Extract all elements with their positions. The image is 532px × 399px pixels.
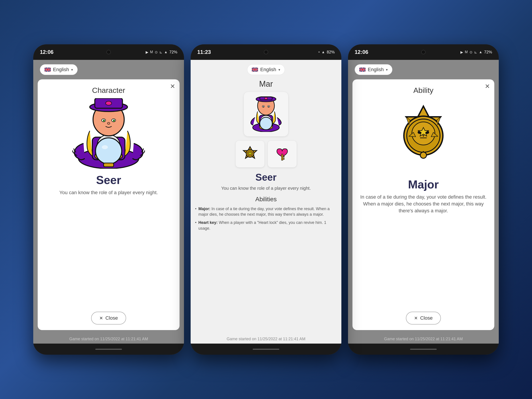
signal-icon: ▲: [164, 50, 168, 54]
time-right: 12:06: [355, 49, 368, 55]
chevron-down-icon-middle: ▾: [279, 68, 280, 72]
battery-left: 72%: [169, 50, 177, 55]
screen-right: English ▾ ✕ Ability: [348, 60, 499, 344]
character-name-right: Major: [408, 178, 439, 191]
svg-point-19: [114, 120, 115, 121]
dot-icon-middle: •: [318, 50, 320, 54]
time-middle: 11:23: [197, 49, 211, 55]
app-content-right: English ▾ ✕ Ability: [348, 60, 499, 335]
gmail-icon-r: M: [465, 50, 468, 54]
wifi-icon: ⊾: [159, 50, 162, 54]
x-icon-close-right: ✕: [414, 316, 418, 321]
flag-icon-right: [359, 68, 366, 72]
phone-bottom-middle: [191, 344, 341, 355]
flag-icon-middle: [252, 68, 258, 72]
seer-thumb-svg: [248, 96, 284, 132]
character-modal: ✕ Character: [38, 79, 180, 330]
status-icons-middle: • ▲ 82%: [318, 50, 335, 55]
home-indicator-left: [95, 349, 122, 350]
language-label-left: English: [53, 67, 69, 72]
ability-modal: ✕ Ability: [352, 79, 494, 330]
status-bar-middle: 11:23 • ▲ 82%: [191, 44, 341, 60]
phone-left: 12:06 ▶ M ⊙ ⊾ ▲ 72% English ▾: [33, 44, 184, 355]
language-selector-right[interactable]: English ▾: [355, 64, 392, 75]
player-thumbnail: [244, 92, 288, 136]
phone-middle: 11:23 • ▲ 82% English ▾ Mar: [191, 44, 341, 355]
sheriff-badge-large-svg: [390, 103, 457, 168]
close-button-left[interactable]: ✕ Close: [91, 312, 126, 324]
ability-name-heartkey: Heart key:: [198, 220, 219, 225]
close-button-right[interactable]: ✕ Close: [406, 312, 441, 324]
phone-bottom-left: [33, 344, 184, 355]
github-icon: ⊙: [155, 50, 158, 54]
language-selector-middle[interactable]: English ▾: [247, 64, 285, 75]
chevron-down-icon-left: ▾: [71, 68, 73, 72]
sheriff-badge-small-svg: [241, 145, 259, 163]
battery-right: 72%: [484, 50, 492, 55]
youtube-icon-r: ▶: [460, 50, 463, 54]
language-selector-left[interactable]: English ▾: [40, 64, 78, 75]
character-desc-left: You can know the role of a player every …: [59, 189, 158, 196]
youtube-icon: ▶: [146, 50, 148, 54]
status-icons-right: ▶ M ⊙ ⊾ ▲ 72%: [460, 50, 492, 55]
close-icon-left[interactable]: ✕: [170, 83, 175, 90]
ability-item-major: Major: In case of a tie during the day, …: [195, 206, 337, 217]
svg-point-27: [260, 118, 272, 129]
wifi-icon-r: ⊾: [474, 50, 477, 54]
svg-rect-41: [281, 154, 283, 160]
home-indicator-middle: [253, 349, 279, 350]
modal-title-left: Character: [92, 86, 125, 95]
close-button-label-left: Close: [105, 315, 118, 321]
seer-svg: [71, 98, 146, 168]
signal-icon-middle: ▲: [321, 50, 325, 54]
svg-point-13: [106, 101, 112, 105]
modal-title-right: Ability: [413, 86, 434, 95]
player-name: Mar: [259, 79, 273, 89]
phone-right: 12:06 ▶ M ⊙ ⊾ ▲ 72% English ▾: [348, 44, 499, 355]
svg-point-32: [265, 97, 267, 100]
major-character-image: [383, 98, 463, 173]
flag-icon-left: [44, 68, 51, 72]
status-icons-left: ▶ M ⊙ ⊾ ▲ 72%: [146, 50, 177, 55]
signal-icon-r: ▲: [479, 50, 482, 54]
ability-name-major: Major:: [198, 207, 211, 211]
character-desc-middle: You can know the role of a player every …: [221, 185, 311, 191]
svg-point-35: [263, 106, 264, 107]
game-started-middle: Game started on 11/25/2022 at 11:21:41 A…: [191, 335, 341, 344]
github-icon-r: ⊙: [469, 50, 472, 54]
game-started-left: Game started on 11/25/2022 at 11:21:41 A…: [33, 335, 184, 344]
character-name-left: Seer: [96, 173, 121, 187]
svg-point-36: [268, 106, 269, 107]
language-label-right: English: [368, 67, 384, 72]
major-ability-thumb: [236, 141, 265, 167]
svg-point-20: [107, 122, 110, 124]
phone-bottom-right: [348, 344, 499, 355]
game-started-right: Game started on 11/25/2022 at 11:21:41 A…: [348, 335, 499, 344]
gmail-icon: M: [150, 50, 153, 54]
home-indicator-right: [410, 349, 437, 350]
status-bar-right: 12:06 ▶ M ⊙ ⊾ ▲ 72%: [348, 44, 499, 60]
status-bar-left: 12:06 ▶ M ⊙ ⊾ ▲ 72%: [33, 44, 184, 60]
app-content-middle: English ▾ Mar: [191, 60, 341, 335]
svg-rect-43: [283, 158, 284, 159]
close-button-label-right: Close: [420, 315, 432, 321]
screen-left: English ▾ ✕ Character: [33, 60, 184, 344]
svg-point-18: [103, 120, 105, 121]
app-content-left: English ▾ ✕ Character: [33, 60, 184, 335]
heartkey-ability-thumb: [268, 141, 297, 167]
ability-desc-major: In case of a tie during the day, your vo…: [198, 207, 330, 216]
svg-point-54: [420, 152, 426, 158]
close-icon-right[interactable]: ✕: [485, 83, 490, 90]
ability-item-heartkey: Heart key: When a player with a "Heart l…: [195, 220, 337, 231]
svg-point-7: [102, 145, 108, 149]
svg-point-6: [96, 139, 121, 164]
svg-rect-42: [283, 156, 284, 157]
x-icon-close-left: ✕: [99, 316, 103, 321]
character-name-middle: Seer: [255, 172, 276, 183]
character-desc-right: In case of a tie during the day, your vo…: [358, 194, 489, 214]
abilities-title: Abilities: [195, 196, 337, 203]
time-left: 12:06: [40, 49, 53, 55]
ability-icons-row: [236, 141, 297, 167]
seer-character-image: [71, 98, 146, 169]
abilities-section: Abilities Major: In case of a tie during…: [195, 196, 337, 234]
